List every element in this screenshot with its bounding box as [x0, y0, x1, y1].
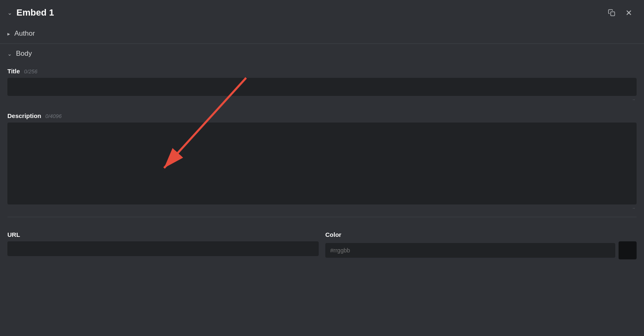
description-label-row: Description 0/4096 [7, 108, 637, 119]
author-section-label: Author [14, 30, 35, 38]
author-chevron-icon: ▸ [7, 31, 10, 37]
color-label-row: Color [325, 227, 637, 238]
title-field-group: Title 0/256 .. [7, 64, 637, 102]
panel-title-group: ⌄ Embed 1 [7, 7, 54, 18]
title-resize-handle: .. [7, 96, 637, 102]
url-label: URL [7, 231, 20, 238]
svg-rect-0 [611, 12, 615, 16]
color-input[interactable] [325, 243, 615, 258]
fields-divider [7, 217, 637, 217]
url-color-row: URL Color [7, 227, 637, 259]
color-label: Color [325, 231, 341, 238]
url-label-row: URL [7, 227, 319, 238]
url-field-group: URL [7, 227, 319, 256]
title-label-row: Title 0/256 [7, 64, 637, 75]
description-counter: 0/4096 [46, 113, 62, 119]
body-chevron-icon: ⌄ [7, 51, 12, 57]
close-button[interactable] [623, 7, 634, 18]
body-section: ⌄ Body Title 0/256 .. Description [0, 44, 644, 336]
body-section-header[interactable]: ⌄ Body [0, 44, 644, 64]
panel-header: ⌄ Embed 1 [0, 0, 644, 24]
title-counter: 0/256 [24, 68, 38, 75]
duplicate-button[interactable] [606, 7, 617, 18]
color-field-group: Color [325, 227, 637, 259]
description-resize-handle: .. [7, 204, 637, 210]
title-input[interactable] [7, 78, 637, 96]
body-content: Title 0/256 .. Description 0/4096 .. [0, 64, 644, 336]
body-section-label: Body [16, 50, 32, 58]
panel-collapse-icon[interactable]: ⌄ [7, 9, 12, 16]
description-label: Description [7, 112, 41, 119]
panel-title: Embed 1 [16, 7, 54, 18]
description-input[interactable] [7, 123, 637, 204]
title-label: Title [7, 68, 20, 75]
color-input-row [325, 241, 637, 259]
color-swatch-button[interactable] [619, 241, 637, 259]
author-section-header[interactable]: ▸ Author [0, 24, 644, 43]
description-field-group: Description 0/4096 .. [7, 108, 637, 210]
author-section: ▸ Author [0, 24, 644, 43]
url-input[interactable] [7, 241, 319, 256]
panel-actions [606, 7, 634, 18]
